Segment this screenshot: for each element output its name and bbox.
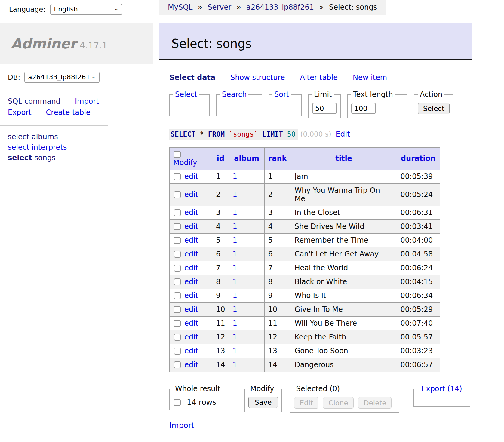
edit-link[interactable]: edit: [184, 172, 198, 181]
row-checkbox[interactable]: [174, 251, 181, 258]
import-link[interactable]: Import: [169, 421, 194, 430]
cell-album: 1: [229, 247, 264, 261]
column-header-title[interactable]: title: [335, 154, 352, 163]
column-header-rank[interactable]: rank: [269, 154, 287, 163]
edit-link[interactable]: edit: [184, 264, 198, 272]
album-link[interactable]: 1: [233, 278, 237, 286]
clone-selected-button[interactable]: Clone: [323, 397, 353, 409]
save-button[interactable]: Save: [248, 397, 278, 408]
row-checkbox[interactable]: [174, 209, 181, 216]
edit-link[interactable]: edit: [184, 347, 198, 355]
album-link[interactable]: 1: [233, 361, 237, 369]
modify-header-link[interactable]: Modify: [173, 158, 197, 167]
edit-link[interactable]: edit: [184, 305, 198, 314]
row-checkbox[interactable]: [174, 265, 181, 272]
edit-link[interactable]: edit: [184, 333, 198, 341]
row-checkbox[interactable]: [174, 237, 181, 244]
breadcrumb-server-link[interactable]: Server: [207, 3, 231, 11]
tab-alter-table[interactable]: Alter table: [300, 73, 338, 82]
cell-album: 1: [229, 220, 264, 234]
delete-selected-button[interactable]: Delete: [358, 397, 392, 409]
sort-fieldset-link[interactable]: Sort: [274, 90, 289, 99]
column-header-duration[interactable]: duration: [401, 154, 436, 163]
select-interprets-link[interactable]: select: [8, 143, 29, 152]
album-link[interactable]: 1: [233, 333, 237, 341]
row-checkbox[interactable]: [174, 361, 181, 368]
modify-cell: edit: [170, 247, 212, 261]
limit-legend: Limit: [312, 90, 334, 99]
row-checkbox[interactable]: [174, 173, 181, 180]
fieldset-export: Export (14): [413, 385, 470, 407]
tab-show-structure[interactable]: Show structure: [230, 73, 285, 82]
edit-link[interactable]: edit: [184, 222, 198, 231]
row-checkbox[interactable]: [174, 348, 181, 355]
row-checkbox[interactable]: [174, 334, 181, 341]
cell-title: She Drives Me Wild: [291, 220, 397, 234]
select-albums-link[interactable]: select: [8, 133, 29, 141]
cell-title: Dangerous: [291, 358, 397, 372]
cell-rank: 1: [264, 170, 291, 184]
album-link[interactable]: 1: [233, 222, 237, 231]
export-link[interactable]: Export (14): [421, 385, 462, 393]
interprets-table-link[interactable]: interprets: [32, 143, 67, 152]
cell-title: In the Closet: [291, 206, 397, 220]
whole-result-checkbox[interactable]: [174, 399, 181, 406]
select-button[interactable]: Select: [418, 103, 450, 114]
fieldset-select: Select: [169, 90, 210, 116]
edit-link[interactable]: edit: [184, 208, 198, 217]
album-link[interactable]: 1: [233, 264, 237, 272]
edit-link[interactable]: edit: [184, 236, 198, 244]
db-select[interactable]: a264133_lp88f261: [24, 72, 100, 83]
edit-link[interactable]: edit: [184, 278, 198, 286]
cell-album: 1: [229, 206, 264, 220]
column-header-album[interactable]: album: [234, 154, 259, 163]
limit-input[interactable]: [312, 103, 337, 114]
filters-row: Select Search Sort Limit Text length Act…: [169, 90, 504, 118]
albums-table-link[interactable]: albums: [32, 133, 58, 141]
select-fieldset-link[interactable]: Select: [175, 90, 197, 99]
language-select[interactable]: English: [50, 4, 122, 15]
cell-id: 11: [212, 317, 229, 330]
row-checkbox[interactable]: [174, 223, 181, 230]
edit-link[interactable]: edit: [184, 361, 198, 369]
album-link[interactable]: 1: [233, 208, 237, 217]
sidebar-actions: SQL command Import Export Create table: [0, 90, 108, 126]
row-checkbox[interactable]: [174, 191, 181, 198]
album-link[interactable]: 1: [233, 291, 237, 300]
album-link[interactable]: 1: [233, 319, 237, 327]
album-link[interactable]: 1: [233, 250, 237, 258]
edit-link[interactable]: edit: [184, 190, 198, 199]
sidebar-link-create-table[interactable]: Create table: [46, 108, 91, 118]
cell-title: Gone Too Soon: [291, 344, 397, 358]
breadcrumb-database-link[interactable]: a264133_lp88f261: [246, 3, 314, 11]
album-link[interactable]: 1: [233, 347, 237, 355]
sidebar-link-sql-command[interactable]: SQL command: [8, 97, 60, 106]
query-edit-link[interactable]: Edit: [336, 130, 350, 138]
album-link[interactable]: 1: [233, 236, 237, 244]
breadcrumb-mysql-link[interactable]: MySQL: [168, 3, 192, 11]
edit-link[interactable]: edit: [184, 250, 198, 258]
language-select-wrap: English: [50, 4, 122, 15]
select-songs-link[interactable]: select: [8, 154, 32, 162]
sidebar-link-export[interactable]: Export: [8, 108, 32, 118]
row-checkbox[interactable]: [174, 278, 181, 285]
songs-table-link[interactable]: songs: [34, 154, 55, 162]
text-length-input[interactable]: [351, 103, 376, 114]
select-all-checkbox[interactable]: [174, 151, 181, 158]
cell-duration: 00:06:57: [397, 358, 440, 372]
edit-link[interactable]: edit: [184, 291, 198, 300]
row-checkbox[interactable]: [174, 320, 181, 327]
tab-new-item[interactable]: New item: [353, 73, 387, 82]
album-link[interactable]: 1: [233, 172, 237, 181]
modify-cell: edit: [170, 330, 212, 344]
edit-selected-button[interactable]: Edit: [294, 397, 318, 409]
search-fieldset-link[interactable]: Search: [222, 90, 247, 99]
row-checkbox[interactable]: [174, 306, 181, 313]
edit-link[interactable]: edit: [184, 319, 198, 327]
fieldset-modify: Modify Save: [244, 385, 282, 412]
album-link[interactable]: 1: [233, 305, 237, 314]
row-checkbox[interactable]: [174, 292, 181, 299]
sidebar-link-import[interactable]: Import: [75, 97, 99, 106]
column-header-id[interactable]: id: [217, 154, 224, 163]
album-link[interactable]: 1: [233, 190, 237, 199]
